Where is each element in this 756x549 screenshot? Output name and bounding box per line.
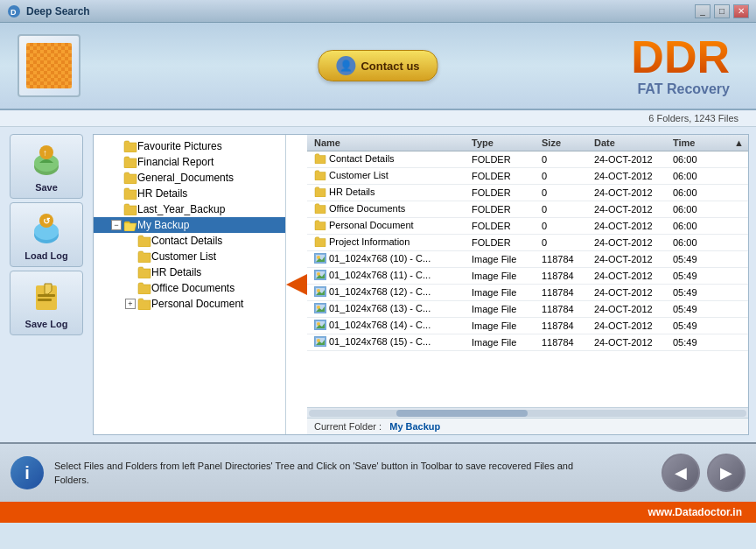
contact-person-icon: 👤 — [336, 56, 355, 75]
window-controls: _ □ ✕ — [695, 4, 749, 18]
info-icon: i — [10, 456, 44, 489]
file-list-header: Name Type Size Date Time ▲ — [307, 135, 748, 151]
tree-item-contact-details[interactable]: Contact Details — [94, 233, 285, 249]
tree-item-favourite-pictures[interactable]: Favourite Pictures — [94, 138, 285, 154]
file-name: Office Documents — [311, 202, 468, 216]
maximize-button[interactable]: □ — [714, 4, 730, 18]
file-name: 01_1024x768 (11) - C... — [311, 269, 468, 283]
load-log-button[interactable]: ↺ Load Log — [10, 202, 83, 267]
title-bar: D Deep Search _ □ ✕ — [0, 0, 756, 23]
file-date: 24-OCT-2012 — [591, 253, 669, 265]
footer: www.Datadoctor.in — [0, 502, 756, 523]
tree-item-label: HR Details — [151, 266, 201, 278]
toolbar: ↑ Save ↺ Load Log Save Log — [7, 134, 86, 435]
file-row[interactable]: 01_1024x768 (10) - C... Image File 11878… — [307, 251, 748, 268]
file-row[interactable]: HR Details FOLDER 0 24-OCT-2012 06:00 — [307, 185, 748, 201]
info-bar: 6 Folders, 1243 Files — [0, 110, 756, 127]
tree-item-label: Office Documents — [151, 282, 234, 294]
tree-item-hr-details[interactable]: HR Details — [94, 186, 285, 201]
file-time: 06:00 — [669, 153, 731, 165]
file-type: FOLDER — [468, 170, 538, 182]
svg-text:D: D — [10, 8, 17, 17]
save-log-label: Save Log — [25, 319, 68, 329]
selection-arrow-icon — [286, 267, 307, 302]
folder-open-icon — [123, 219, 137, 231]
current-folder-bar: Current Folder : My Backup — [307, 418, 748, 434]
file-row[interactable]: Contact Details FOLDER 0 24-OCT-2012 06:… — [307, 151, 748, 168]
file-row[interactable]: 01_1024x768 (15) - C... Image File 11878… — [307, 334, 748, 351]
file-list-panel: Name Type Size Date Time ▲ Contact Detai… — [307, 135, 748, 434]
file-name: Personal Document — [311, 219, 468, 233]
file-size: 0 — [538, 187, 591, 199]
file-date: 24-OCT-2012 — [591, 270, 669, 282]
folder-icon — [137, 266, 151, 278]
file-name: Contact Details — [311, 152, 468, 166]
file-row[interactable]: Customer List FOLDER 0 24-OCT-2012 06:00 — [307, 168, 748, 185]
tree-item-label: Personal Document — [151, 298, 243, 310]
save-button[interactable]: ↑ Save — [10, 134, 83, 199]
file-name: HR Details — [311, 186, 468, 200]
file-row[interactable]: 01_1024x768 (14) - C... Image File 11878… — [307, 318, 748, 334]
tree-item-last-year-backup[interactable]: Last_Year_Backup — [94, 201, 285, 217]
scroll-thumb — [396, 410, 528, 417]
forward-button[interactable]: ▶ — [707, 454, 746, 492]
folder-icon — [137, 235, 151, 247]
tree-item-personal-document[interactable]: + Personal Document — [94, 296, 285, 312]
tree-panel[interactable]: Favourite Pictures Financial Report Gene… — [94, 135, 286, 434]
file-date: 24-OCT-2012 — [591, 187, 669, 199]
brand-sub-text: FAT Recovery — [631, 81, 730, 97]
file-size: 118784 — [538, 253, 591, 265]
collapse-icon[interactable]: − — [111, 220, 122, 230]
footer-url: www.Datadoctor.in — [648, 506, 742, 518]
horizontal-scrollbar[interactable] — [307, 407, 748, 418]
current-folder-label: Current Folder : — [314, 421, 382, 432]
tree-item-office-documents[interactable]: Office Documents — [94, 280, 285, 296]
save-log-button[interactable]: Save Log — [10, 271, 83, 335]
folder-icon — [123, 140, 137, 152]
file-type: FOLDER — [468, 153, 538, 165]
file-date: 24-OCT-2012 — [591, 153, 669, 165]
close-button[interactable]: ✕ — [733, 4, 749, 18]
scroll-track — [309, 410, 746, 417]
back-button[interactable]: ◀ — [662, 454, 700, 492]
file-row[interactable]: 01_1024x768 (11) - C... Image File 11878… — [307, 268, 748, 285]
tree-item-financial-report[interactable]: Financial Report — [94, 154, 285, 170]
file-row[interactable]: 01_1024x768 (12) - C... Image File 11878… — [307, 285, 748, 301]
col-time: Time — [669, 137, 731, 149]
file-date: 24-OCT-2012 — [591, 220, 669, 232]
minimize-button[interactable]: _ — [695, 4, 710, 18]
expand-icon[interactable]: + — [125, 299, 136, 309]
file-date: 24-OCT-2012 — [591, 336, 669, 348]
file-row[interactable]: Personal Document FOLDER 0 24-OCT-2012 0… — [307, 218, 748, 235]
contact-button[interactable]: 👤 Contact us — [318, 50, 438, 81]
file-row[interactable]: Office Documents FOLDER 0 24-OCT-2012 06… — [307, 201, 748, 218]
file-type: Image File — [468, 320, 538, 332]
header: 👤 Contact us DDR FAT Recovery — [0, 23, 756, 110]
tree-item-general-documents[interactable]: General_Documents — [94, 170, 285, 186]
file-size: 0 — [538, 203, 591, 215]
tree-item-my-backup[interactable]: − My Backup — [94, 217, 285, 233]
tree-item-customer-list[interactable]: Customer List — [94, 249, 285, 264]
col-name: Name — [311, 137, 468, 149]
file-type: Image File — [468, 286, 538, 299]
col-type: Type — [468, 137, 538, 149]
file-date: 24-OCT-2012 — [591, 320, 669, 332]
tree-item-hr-details-child[interactable]: HR Details — [94, 264, 285, 280]
file-list-body[interactable]: Contact Details FOLDER 0 24-OCT-2012 06:… — [307, 151, 748, 407]
file-type: FOLDER — [468, 236, 538, 249]
folder-icon — [123, 203, 137, 215]
browser-inner: Favourite Pictures Financial Report Gene… — [94, 135, 748, 434]
folder-icon — [123, 172, 137, 184]
file-type: FOLDER — [468, 203, 538, 215]
file-date: 24-OCT-2012 — [591, 236, 669, 249]
save-icon: ↑ — [27, 140, 66, 179]
file-count-text: 6 Folders, 1243 Files — [648, 113, 738, 123]
file-name: 01_1024x768 (14) - C... — [311, 319, 468, 333]
file-time: 05:49 — [669, 320, 731, 332]
col-date: Date — [591, 137, 669, 149]
file-row[interactable]: 01_1024x768 (13) - C... Image File 11878… — [307, 301, 748, 318]
tree-item-label: My Backup — [137, 219, 189, 231]
file-size: 118784 — [538, 286, 591, 299]
col-sort: ▲ — [731, 137, 745, 149]
file-row[interactable]: Project Information FOLDER 0 24-OCT-2012… — [307, 235, 748, 251]
